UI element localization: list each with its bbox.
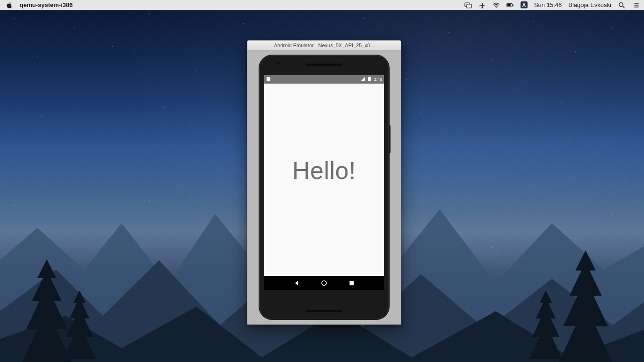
svg-rect-4 (507, 4, 511, 6)
svg-rect-16 (369, 77, 370, 78)
svg-rect-14 (267, 77, 270, 81)
menubar-app-name[interactable]: qemu-system-i386 (20, 1, 72, 8)
android-screen[interactable]: 3:46 Hello! (264, 75, 384, 290)
input-source-icon[interactable]: A (521, 1, 528, 8)
phone-frame: 3:46 Hello! (259, 55, 389, 319)
svg-line-7 (622, 6, 624, 8)
phone-bottom-speaker (306, 310, 342, 312)
android-battery-icon (367, 77, 372, 82)
apple-menu-icon[interactable] (6, 1, 13, 9)
svg-rect-18 (349, 281, 354, 285)
wifi-icon[interactable] (492, 1, 500, 9)
android-back-button[interactable] (288, 276, 305, 290)
svg-rect-15 (368, 77, 371, 81)
screen-share-icon[interactable] (464, 1, 472, 9)
spotlight-icon[interactable] (618, 1, 625, 9)
android-app-content[interactable]: Hello! (264, 84, 384, 276)
menubar-username[interactable]: Blagoja Evkoski (568, 1, 611, 8)
notification-center-icon[interactable] (632, 1, 639, 9)
airplane-mode-icon[interactable] (478, 1, 486, 9)
menubar-clock[interactable]: Sun 15:46 (534, 1, 562, 8)
emulator-window[interactable]: Android Emulator - Nexus_5X_API_25_x8... (247, 40, 401, 325)
android-recents-button[interactable] (343, 276, 360, 290)
macos-menubar: qemu-system-i386 A Sun 15:46 Blagoja Evk… (0, 0, 644, 10)
emulator-window-body: 3:46 Hello! (247, 50, 401, 324)
svg-point-17 (322, 281, 326, 285)
android-signal-icon (361, 77, 365, 82)
phone-earpiece (306, 64, 342, 66)
android-statusbar-time: 3:46 (374, 77, 382, 82)
emulator-window-title: Android Emulator - Nexus_5X_API_25_x8... (274, 43, 375, 48)
svg-point-2 (496, 7, 497, 7)
android-home-button[interactable] (316, 276, 333, 290)
svg-rect-5 (513, 4, 514, 6)
phone-front-camera (277, 62, 280, 64)
android-hello-text: Hello! (292, 156, 356, 185)
svg-rect-1 (467, 4, 471, 8)
emulator-window-titlebar[interactable]: Android Emulator - Nexus_5X_API_25_x8... (247, 41, 401, 50)
android-status-bar[interactable]: 3:46 (264, 75, 384, 84)
battery-icon[interactable] (507, 1, 514, 9)
android-navigation-bar (264, 276, 384, 290)
android-notification-icon (266, 77, 271, 82)
phone-power-button (389, 125, 391, 153)
